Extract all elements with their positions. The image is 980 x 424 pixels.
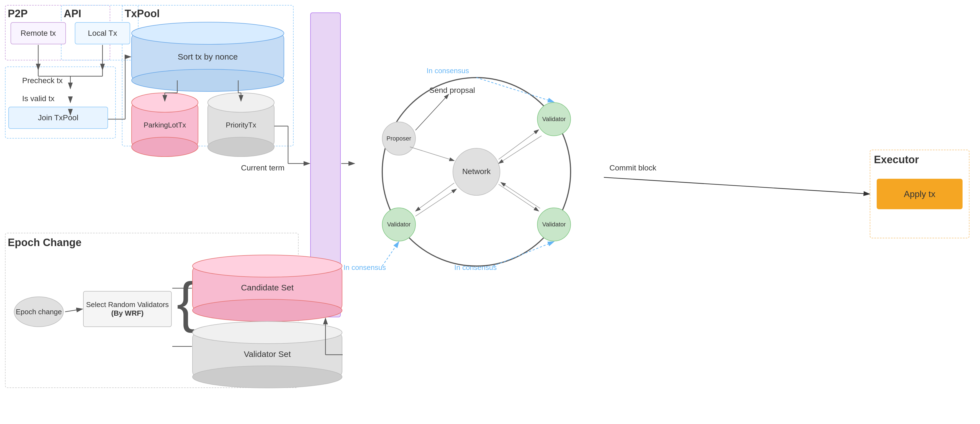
svg-line-56 <box>410 147 454 161</box>
in-consensus-bottom-right: In consensus <box>454 263 496 272</box>
svg-point-52 <box>382 208 415 241</box>
svg-point-48 <box>453 148 500 195</box>
svg-point-45 <box>382 78 571 266</box>
svg-line-57 <box>499 130 539 159</box>
svg-point-46 <box>382 122 415 155</box>
txpool-label: TxPool <box>125 8 160 20</box>
svg-line-72 <box>415 94 449 130</box>
local-tx-node: Local Tx <box>75 22 130 44</box>
in-consensus-top: In consensus <box>426 67 469 75</box>
svg-line-60 <box>415 189 457 216</box>
current-term-bar <box>310 13 341 317</box>
svg-text:Validator: Validator <box>387 221 410 228</box>
svg-line-59 <box>415 183 454 211</box>
svg-text:Validator: Validator <box>542 221 566 228</box>
epoch-change-node: Epoch change <box>14 296 64 327</box>
svg-line-58 <box>499 136 541 164</box>
join-txpool-node: Join TxPool <box>8 107 108 129</box>
select-validators-node: Select Random Validators(By WRF) <box>83 291 172 327</box>
send-proposal-label: Send propsal <box>430 86 475 95</box>
svg-line-66 <box>604 177 870 194</box>
p2p-label: P2P <box>8 8 28 20</box>
apply-tx-button[interactable]: Apply tx <box>877 179 963 209</box>
diagram: P2P API TxPool Remote tx Local Tx Preche… <box>0 0 980 424</box>
svg-line-61 <box>499 184 539 211</box>
svg-line-62 <box>501 182 540 209</box>
isvalid-text: Is valid tx <box>22 94 54 103</box>
svg-text:Network: Network <box>462 167 491 176</box>
svg-text:Validator: Validator <box>542 116 566 123</box>
svg-point-54 <box>538 208 571 241</box>
executor-label: Executor <box>874 154 919 166</box>
svg-point-50 <box>538 102 571 136</box>
svg-text:Proposer: Proposer <box>387 135 411 142</box>
txpool-section-box <box>122 5 294 146</box>
in-consensus-bottom-left: In consensus <box>344 263 386 272</box>
api-label: API <box>64 8 81 20</box>
current-term-label: Current term <box>241 164 285 172</box>
commit-block-label: Commit block <box>609 164 657 172</box>
remote-tx-node: Remote tx <box>11 22 66 44</box>
brace-symbol: { <box>177 274 195 330</box>
epoch-label: Epoch Change <box>8 237 81 249</box>
pick-tx-label: Pick tx batch <box>221 130 266 139</box>
precheck-text: Precheck tx <box>22 76 63 85</box>
svg-line-63 <box>476 78 554 102</box>
svg-line-65 <box>493 242 554 266</box>
svg-line-64 <box>382 242 399 266</box>
